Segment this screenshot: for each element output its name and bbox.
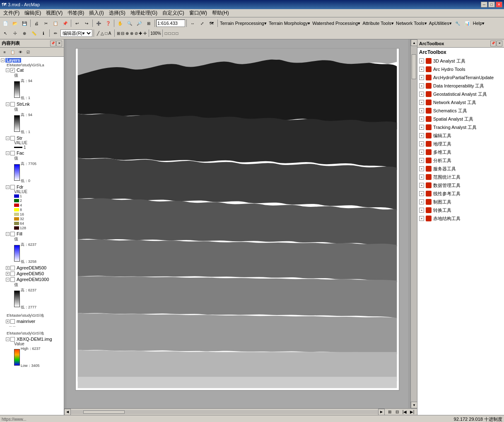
toc-pin[interactable]: 📌: [50, 41, 56, 46]
arc-expand-data-mgmt[interactable]: +: [419, 183, 424, 188]
arc-expand-schematics[interactable]: +: [419, 108, 424, 113]
mainriver-expand[interactable]: +: [6, 320, 10, 323]
arc-item-analysis[interactable]: + 分析工具: [419, 156, 502, 165]
vscrollbar[interactable]: ▲ ▼: [411, 39, 417, 408]
scroll-right[interactable]: ▶: [378, 409, 385, 415]
arc-item-data-mgmt[interactable]: + 数据管理工具: [419, 181, 502, 189]
toc-controls[interactable]: 📌 ✕: [50, 41, 62, 46]
fill-expand[interactable]: −: [6, 232, 10, 236]
layers-expand[interactable]: −: [1, 58, 5, 62]
fac-checkbox[interactable]: [10, 151, 15, 155]
arc-item-carto[interactable]: + 制图工具: [419, 198, 502, 206]
arc-expand-interop[interactable]: +: [419, 83, 424, 88]
fill-checkbox[interactable]: [10, 232, 15, 236]
arc-item-schematics[interactable]: + Schematics 工具: [419, 107, 502, 115]
map-ctrl-4[interactable]: ▶|: [409, 409, 415, 415]
arc-expand-edit[interactable]: +: [419, 133, 424, 138]
hscroll-track[interactable]: [71, 410, 378, 414]
toolbar-icon-b[interactable]: 📊: [463, 19, 472, 28]
mainriver-checkbox[interactable]: [10, 319, 15, 324]
str-checkbox[interactable]: [10, 136, 15, 141]
agreedem500-checkbox[interactable]: [10, 266, 15, 270]
undo-button[interactable]: ↩: [72, 19, 82, 28]
menu-insert[interactable]: 插入(I): [87, 9, 106, 17]
tool-edit[interactable]: ✏: [51, 29, 60, 38]
new-button[interactable]: 📄: [1, 19, 10, 28]
arc-expand-convert[interactable]: +: [419, 208, 424, 213]
map-ctrl-3[interactable]: |◀: [401, 409, 408, 415]
arc-expand-archydro[interactable]: +: [419, 75, 424, 80]
cat-checkbox[interactable]: ✓: [10, 68, 15, 73]
menu-customize[interactable]: 自定义(C): [160, 9, 187, 17]
zoom-full-button[interactable]: ⊞: [144, 19, 153, 28]
help-menu[interactable]: Help▾: [472, 21, 486, 26]
aputilities-menu[interactable]: ApUtilities▾: [428, 21, 453, 26]
fdr-expand[interactable]: −: [6, 185, 10, 189]
menu-help[interactable]: 帮助(H): [210, 9, 232, 17]
redo-button[interactable]: ↪: [82, 19, 91, 28]
morphology-menu[interactable]: Terrain Morphology▾: [268, 21, 311, 26]
arc-item-multi[interactable]: + 多维工具: [419, 148, 502, 156]
arc-expand-carto[interactable]: +: [419, 199, 424, 204]
cat-expand[interactable]: −: [6, 68, 10, 72]
agreedem1000-checkbox[interactable]: [10, 277, 15, 282]
window-controls[interactable]: ─ □ ✕: [481, 2, 502, 7]
arc-expand-server[interactable]: +: [419, 166, 424, 171]
copy-button[interactable]: 📋: [51, 19, 60, 28]
arc-item-spatial[interactable]: + Spatial Analyst 工具: [419, 115, 502, 123]
toc-list-btn[interactable]: ≡: [1, 49, 8, 56]
scroll-down[interactable]: ▼: [411, 402, 417, 408]
tool-info[interactable]: ℹ: [39, 29, 48, 38]
xbxq-checkbox[interactable]: [10, 337, 15, 342]
menu-view[interactable]: 视图(V): [43, 9, 65, 17]
strlnk-checkbox[interactable]: [10, 102, 15, 107]
fdr-checkbox[interactable]: [10, 185, 15, 189]
toolbar-btn-b[interactable]: ⤢: [198, 19, 207, 28]
str-expand[interactable]: −: [6, 136, 10, 140]
arc-expand-3d[interactable]: +: [419, 58, 424, 63]
editor-dropdown[interactable]: 编辑器(R)▾: [60, 29, 92, 37]
zoom-out-button[interactable]: 🔎: [135, 19, 144, 28]
arc-item-geo[interactable]: + 地理工具: [419, 140, 502, 148]
arc-item-tracking[interactable]: + Tracking Analyst 工具: [419, 123, 502, 131]
close-button[interactable]: ✕: [496, 2, 502, 7]
scroll-thumb[interactable]: [412, 54, 416, 79]
terrain-menu[interactable]: Terrain Preprocessing▾: [219, 21, 268, 26]
map-view[interactable]: [64, 39, 410, 408]
print-button[interactable]: 🖨: [32, 19, 41, 28]
toc-close[interactable]: ✕: [56, 41, 62, 46]
attribute-menu[interactable]: Attribute Tools▾: [362, 21, 395, 26]
scrollbar-bottom[interactable]: ◀ ▶ ⊞ ⊟ |◀ ▶|: [64, 408, 417, 415]
hscroll-thumb[interactable]: [83, 410, 125, 414]
menu-bookmark[interactable]: 书签(B): [65, 9, 87, 17]
arc-expand-analysis[interactable]: +: [419, 158, 424, 163]
toc-source-btn[interactable]: 📋: [9, 49, 16, 56]
toc-vis-btn[interactable]: 👁: [17, 49, 24, 56]
toolbar-btn-c[interactable]: 🗺: [207, 19, 216, 28]
arc-item-terrain[interactable]: + 赤地结构工具: [419, 214, 502, 223]
arc-item-edit[interactable]: + 编辑工具: [419, 131, 502, 140]
arc-item-3d[interactable]: + 3D Analyst 工具: [419, 57, 502, 65]
menu-select[interactable]: 选择(S): [106, 9, 128, 17]
arc-item-convert[interactable]: + 转换工具: [419, 206, 502, 214]
agreedem1000-expand[interactable]: −: [6, 278, 10, 281]
pan-button[interactable]: ✋: [116, 19, 125, 28]
arc-expand-multi[interactable]: +: [419, 150, 424, 155]
map-ctrl-2[interactable]: ⊟: [394, 409, 400, 415]
arctoolbox-close[interactable]: ✕: [497, 41, 502, 46]
draw-poly[interactable]: △: [101, 31, 104, 36]
arc-item-server[interactable]: + 服务器工具: [419, 165, 502, 173]
arc-item-network[interactable]: + Network Analyst 工具: [419, 98, 502, 107]
xbxq-expand[interactable]: −: [6, 337, 10, 341]
arc-item-interop[interactable]: + Data Interoperability 工具: [419, 82, 502, 90]
zoom-in-button[interactable]: 🔍: [125, 19, 134, 28]
menu-window[interactable]: 窗口(W): [187, 9, 210, 17]
arc-expand-hydro[interactable]: +: [419, 67, 424, 72]
toolbar-icon-a[interactable]: 🔧: [453, 19, 462, 28]
arctoolbox-controls[interactable]: 📌 ✕: [490, 41, 502, 46]
tool-pan2[interactable]: ☩: [10, 29, 19, 38]
arc-expand-network[interactable]: +: [419, 100, 424, 105]
scale-input[interactable]: [156, 19, 185, 27]
menu-edit[interactable]: 编辑(E): [22, 9, 43, 17]
tool-select[interactable]: ↖: [1, 29, 10, 38]
